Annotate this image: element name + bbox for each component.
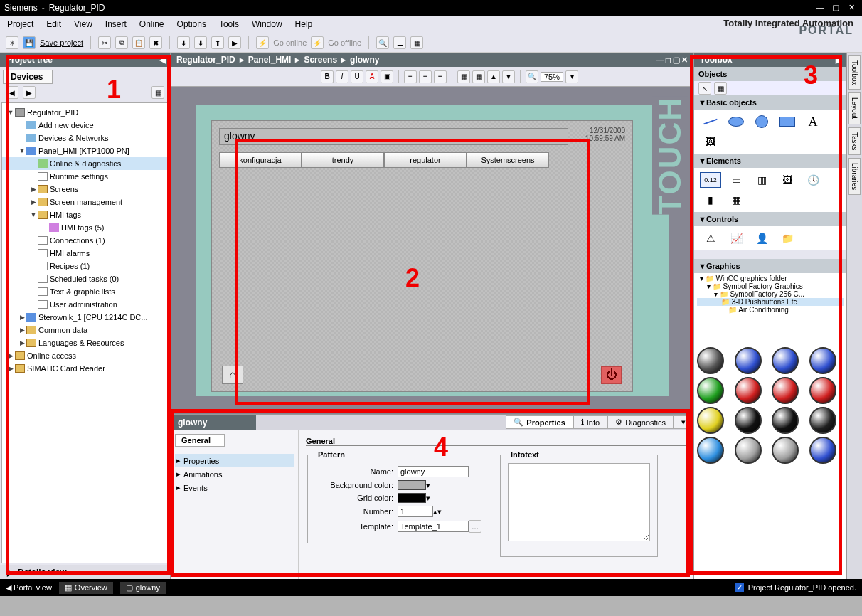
tree-node[interactable]: ▼HMI tags (2, 208, 168, 221)
graphic-thumbnail[interactable] (772, 347, 799, 374)
hmi-button-konfiguracja[interactable]: konfiguracja (219, 152, 302, 168)
delete-icon[interactable]: ✖ (149, 36, 162, 49)
hmi-button-trendy[interactable]: trendy (302, 152, 384, 168)
sidetab-toolbox[interactable]: Toolbox (848, 55, 861, 90)
collapse-right-icon[interactable]: ▶ (836, 55, 842, 65)
font-color-icon[interactable]: A (366, 70, 378, 83)
minimize-icon[interactable]: — (814, 3, 826, 13)
general-tab[interactable]: General (175, 434, 225, 447)
search-icon[interactable]: 🔍 (376, 36, 389, 49)
menu-online[interactable]: Online (139, 19, 164, 29)
devices-tab[interactable]: Devices (3, 70, 53, 84)
bar-tool[interactable]: ▮ (700, 192, 721, 208)
maximize-icon[interactable]: ▢ (829, 3, 842, 13)
tree-node[interactable]: ▶Languages & Resources (2, 336, 168, 349)
template-input[interactable] (398, 521, 469, 532)
io-field-tool[interactable]: 0.12 (700, 172, 721, 188)
align-center-icon[interactable]: ≡ (419, 70, 432, 83)
zoom-dropdown-icon[interactable]: ▾ (565, 70, 578, 83)
tree-back-icon[interactable]: ◀ (6, 86, 18, 99)
alarm-view-tool[interactable]: ⚠ (700, 230, 721, 246)
tree-node[interactable]: Online & diagnostics (2, 157, 168, 170)
layout-icon[interactable]: ▦ (410, 36, 423, 49)
save-project-label[interactable]: Save project (40, 38, 83, 47)
simulate-icon[interactable]: ▶ (228, 36, 241, 49)
graphics-tree-node[interactable]: ▾ 📁 Symbol Factory Graphics (697, 282, 844, 290)
tree-node[interactable]: HMI alarms (2, 247, 168, 260)
line-tool[interactable] (700, 114, 721, 129)
inspector-collapse-icon[interactable]: ▾ (674, 415, 693, 429)
restore-editor-icon[interactable]: ◻ (665, 55, 671, 65)
graphic-thumbnail[interactable] (772, 407, 799, 434)
tree-node[interactable]: Runtime settings (2, 170, 168, 183)
collapse-left-icon[interactable]: ◀ (159, 55, 166, 65)
breadcrumb-item[interactable]: Regulator_PID (176, 55, 235, 65)
graphic-thumbnail[interactable] (772, 437, 799, 464)
breadcrumb-item[interactable]: Screens (304, 55, 337, 65)
symbolic-io-tool[interactable]: ▥ (751, 172, 772, 188)
details-view-header[interactable]: ▶ Details view (0, 565, 170, 579)
save-icon[interactable]: 💾 (23, 36, 36, 49)
ellipse-tool[interactable] (725, 114, 747, 129)
tree-node[interactable]: ▶Screen management (2, 196, 168, 208)
events-category[interactable]: ▸ Events (175, 481, 294, 494)
graphics-tree-node[interactable]: ▾ 📁 SymbolFactory 256 C... (697, 290, 844, 298)
power-icon[interactable]: ⏻ (601, 366, 622, 384)
menu-window[interactable]: Window (252, 19, 282, 29)
obj-align-icon[interactable]: ▦ (457, 70, 470, 83)
screen-tab[interactable]: ▢ glowny (120, 582, 166, 594)
close-editor-icon[interactable]: ✕ (681, 55, 688, 65)
spinner-icon[interactable]: ▴▾ (433, 507, 442, 516)
basic-objects-header[interactable]: ▼ Basic objects (694, 95, 846, 110)
tree-node[interactable]: Text & graphic lists (2, 285, 168, 298)
graphic-thumbnail[interactable] (735, 407, 762, 434)
graphics-tree-node[interactable]: 📁 3-D Pushbuttons Etc (697, 298, 844, 306)
tab-diagnostics[interactable]: ⚙ Diagnostics (607, 415, 674, 429)
tree-node[interactable]: ▼Panel_HMI [KTP1000 PN] (2, 144, 168, 157)
graphic-thumbnail[interactable] (809, 407, 836, 434)
tree-node[interactable]: HMI tags (5) (2, 221, 168, 234)
tree-node[interactable]: User administration (2, 298, 168, 311)
recipe-view-tool[interactable]: 📁 (777, 230, 798, 246)
align-right-icon[interactable]: ≡ (434, 70, 447, 83)
fill-color-icon[interactable]: ▣ (381, 70, 393, 83)
go-online-label[interactable]: Go online (273, 38, 307, 47)
graphics-tree-node[interactable]: ▾ 📁 WinCC graphics folder (697, 275, 844, 282)
copy-icon[interactable]: ⧉ (115, 36, 128, 49)
graphic-thumbnail[interactable] (735, 347, 762, 374)
infotext-textarea[interactable] (508, 463, 650, 541)
properties-category[interactable]: ▸ Properties (175, 454, 294, 467)
paste-icon[interactable]: 📋 (132, 36, 145, 49)
tree-node[interactable]: Scheduled tasks (0) (2, 272, 168, 285)
bold-icon[interactable]: B (321, 70, 334, 83)
elements-header[interactable]: ▼ Elements (694, 154, 846, 168)
bring-front-icon[interactable]: ▲ (487, 70, 500, 83)
menu-tools[interactable]: Tools (219, 19, 239, 29)
graphic-thumbnail[interactable] (809, 377, 836, 404)
graphic-thumbnail[interactable] (735, 377, 762, 404)
trend-view-tool[interactable]: 📈 (725, 230, 747, 246)
minimize-editor-icon[interactable]: — (656, 55, 664, 65)
send-back-icon[interactable]: ▼ (502, 70, 515, 83)
graphic-thumbnail[interactable] (697, 407, 724, 434)
view-grid-icon[interactable]: ▦ (714, 82, 727, 95)
home-icon[interactable]: ⌂ (222, 366, 243, 384)
maximize-editor-icon[interactable]: ▢ (673, 55, 680, 65)
tree-node[interactable]: Devices & Networks (2, 132, 168, 144)
grid-color-swatch[interactable] (398, 493, 426, 503)
graphics-tree[interactable]: ▾ 📁 WinCC graphics folder▾ 📁 Symbol Fact… (694, 273, 846, 344)
compile-icon[interactable]: ⬇ (177, 36, 190, 49)
tree-node[interactable]: ▶Online access (2, 349, 168, 362)
pointer-tool-icon[interactable]: ↖ (698, 82, 711, 95)
image-tool[interactable]: 🖼 (700, 134, 721, 149)
browse-icon[interactable]: … (469, 520, 481, 533)
underline-icon[interactable]: U (351, 70, 363, 83)
go-offline-label[interactable]: Go offline (328, 38, 361, 47)
tree-node[interactable]: ▶Sterownik_1 [CPU 1214C DC... (2, 311, 168, 324)
graphic-thumbnail[interactable] (772, 377, 799, 404)
tab-properties[interactable]: 🔍 Properties (506, 415, 573, 429)
upload-icon[interactable]: ⬆ (211, 36, 224, 49)
zoom-value[interactable]: 75% (541, 72, 563, 82)
overview-tab[interactable]: ▦ Overview (59, 582, 113, 594)
graphic-thumbnail[interactable] (809, 437, 836, 464)
